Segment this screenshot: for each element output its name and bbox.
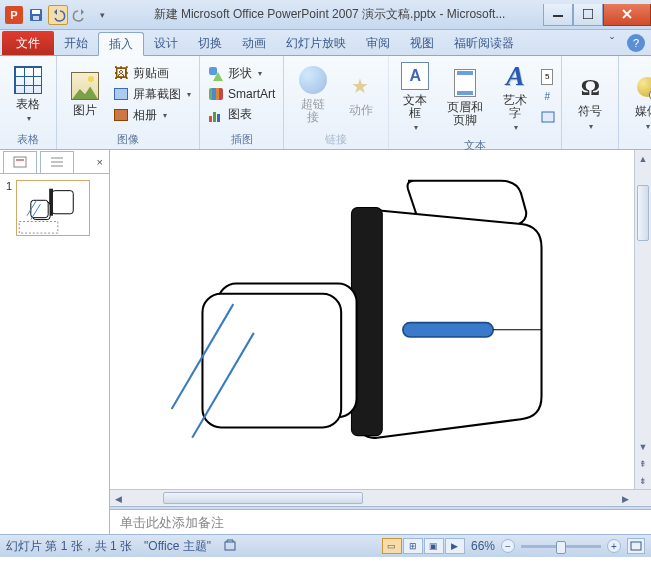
- normal-view-button[interactable]: ▭: [382, 538, 402, 554]
- tab-transitions[interactable]: 切换: [188, 31, 232, 55]
- sorter-view-button[interactable]: ⊞: [403, 538, 423, 554]
- ribbon-collapse-icon[interactable]: ˇ: [603, 34, 621, 52]
- tab-home[interactable]: 开始: [54, 31, 98, 55]
- textbox-icon: A: [401, 62, 429, 90]
- svg-rect-20: [202, 294, 341, 428]
- help-icon[interactable]: ?: [627, 34, 645, 52]
- slide-content: [110, 150, 634, 489]
- svg-rect-7: [16, 159, 24, 161]
- tab-review[interactable]: 审阅: [356, 31, 400, 55]
- group-image: 图片 🖼 剪贴画 屏幕截图▾ 相册▾ 图像: [57, 56, 200, 149]
- date-icon: 5: [541, 69, 553, 85]
- scroll-down-icon[interactable]: ▼: [635, 438, 651, 455]
- zoom-slider[interactable]: [521, 545, 601, 548]
- wordart-icon: A: [506, 60, 525, 92]
- svg-rect-3: [553, 15, 563, 17]
- album-button[interactable]: 相册▾: [111, 106, 193, 125]
- scroll-thumb[interactable]: [637, 185, 649, 241]
- picture-button[interactable]: 图片: [63, 58, 107, 130]
- ribbon: 表格▾ 表格 图片 🖼 剪贴画 屏幕截图▾ 相册▾: [0, 56, 651, 150]
- clipart-button[interactable]: 🖼 剪贴画: [111, 64, 193, 83]
- thumbnail-list: 1: [0, 174, 109, 534]
- object-button[interactable]: [539, 108, 555, 126]
- hyperlink-button: 超链接: [290, 58, 336, 130]
- slide-counter: 幻灯片 第 1 张，共 1 张: [6, 538, 132, 555]
- group-table: 表格▾ 表格: [0, 56, 57, 149]
- group-media: 媒体▾: [619, 56, 651, 149]
- clipart-icon: 🖼: [113, 65, 129, 81]
- action-icon: [347, 72, 375, 100]
- thumb-number: 1: [6, 180, 12, 236]
- group-text: A 文本框▾ 页眉和页脚 A 艺术字▾ 5 # 文本: [389, 56, 562, 149]
- fit-window-button[interactable]: [627, 538, 645, 554]
- prev-slide-icon[interactable]: ⇞: [635, 455, 651, 472]
- table-icon: [14, 66, 42, 94]
- window-title: 新建 Microsoft Office PowerPoint 2007 演示文稿…: [116, 6, 543, 23]
- hscroll-thumb[interactable]: [163, 492, 363, 504]
- date-button[interactable]: 5: [539, 68, 555, 86]
- slide-viewport[interactable]: [110, 150, 634, 489]
- svg-rect-5: [542, 112, 554, 122]
- slidenumber-button[interactable]: #: [539, 88, 555, 106]
- close-button[interactable]: [603, 4, 651, 26]
- redo-icon[interactable]: [70, 5, 90, 25]
- screenshot-button[interactable]: 屏幕截图▾: [111, 85, 193, 104]
- reading-view-button[interactable]: ▣: [424, 538, 444, 554]
- tab-insert[interactable]: 插入: [98, 32, 144, 56]
- tab-view[interactable]: 视图: [400, 31, 444, 55]
- object-icon: [541, 109, 555, 125]
- zoom-out-button[interactable]: −: [501, 539, 515, 553]
- vertical-scrollbar[interactable]: ▲ ▼ ⇞ ⇟: [634, 150, 651, 489]
- tab-animations[interactable]: 动画: [232, 31, 276, 55]
- screenshot-icon: [114, 88, 128, 100]
- picture-icon: [71, 72, 99, 100]
- minimize-button[interactable]: [543, 4, 573, 26]
- chart-button[interactable]: 图表: [206, 105, 277, 124]
- theme-name: "Office 主题": [144, 538, 211, 555]
- maximize-button[interactable]: [573, 4, 603, 26]
- tab-foxit[interactable]: 福昕阅读器: [444, 31, 524, 55]
- scroll-up-icon[interactable]: ▲: [635, 150, 651, 167]
- svg-rect-26: [631, 542, 641, 550]
- table-button[interactable]: 表格▾: [6, 58, 50, 130]
- save-icon[interactable]: [26, 5, 46, 25]
- svg-rect-4: [583, 9, 593, 19]
- smartart-button[interactable]: SmartArt: [206, 85, 277, 103]
- scroll-right-icon[interactable]: ▶: [617, 490, 634, 507]
- symbol-button[interactable]: Ω 符号▾: [568, 58, 612, 145]
- panel-tabs: ×: [0, 150, 109, 174]
- svg-rect-1: [32, 10, 40, 14]
- zoom-level[interactable]: 66%: [471, 539, 495, 553]
- textbox-button[interactable]: A 文本框▾: [395, 58, 435, 136]
- app-icon[interactable]: P: [4, 5, 24, 25]
- panel-close-icon[interactable]: ×: [97, 156, 103, 168]
- media-button[interactable]: 媒体▾: [625, 58, 651, 145]
- panel-tab-outline[interactable]: [40, 151, 74, 173]
- headerfooter-button[interactable]: 页眉和页脚: [439, 58, 491, 136]
- wordart-button[interactable]: A 艺术字▾: [495, 58, 535, 136]
- omega-icon: Ω: [581, 74, 600, 101]
- horizontal-scrollbar[interactable]: [127, 490, 617, 506]
- qat-customize-icon[interactable]: ▾: [92, 5, 112, 25]
- undo-icon[interactable]: [48, 5, 68, 25]
- tab-design[interactable]: 设计: [144, 31, 188, 55]
- slide-thumbnail[interactable]: [16, 180, 90, 236]
- scroll-left-icon[interactable]: ◀: [110, 490, 127, 507]
- file-tab[interactable]: 文件: [2, 31, 54, 55]
- zoom-in-button[interactable]: +: [607, 539, 621, 553]
- shapes-icon: [209, 67, 223, 81]
- svg-rect-6: [14, 157, 26, 167]
- slidenumber-icon: #: [541, 89, 553, 105]
- slideshow-view-button[interactable]: ▶: [445, 538, 465, 554]
- language-status[interactable]: [223, 538, 237, 555]
- title-bar: P ▾ 新建 Microsoft Office PowerPoint 2007 …: [0, 0, 651, 30]
- panel-tab-slides[interactable]: [3, 151, 37, 173]
- next-slide-icon[interactable]: ⇟: [635, 472, 651, 489]
- canvas-area: ▲ ▼ ⇞ ⇟ ◀ ▶ 单击此处添加备注: [110, 150, 651, 534]
- ribbon-tabs: 文件 开始 插入 设计 切换 动画 幻灯片放映 审阅 视图 福昕阅读器 ˇ ?: [0, 30, 651, 56]
- headerfooter-icon: [454, 69, 476, 97]
- group-links: 超链接 动作 链接: [284, 56, 389, 149]
- notes-pane[interactable]: 单击此处添加备注: [110, 510, 651, 534]
- tab-slideshow[interactable]: 幻灯片放映: [276, 31, 356, 55]
- shapes-button[interactable]: 形状▾: [206, 64, 277, 83]
